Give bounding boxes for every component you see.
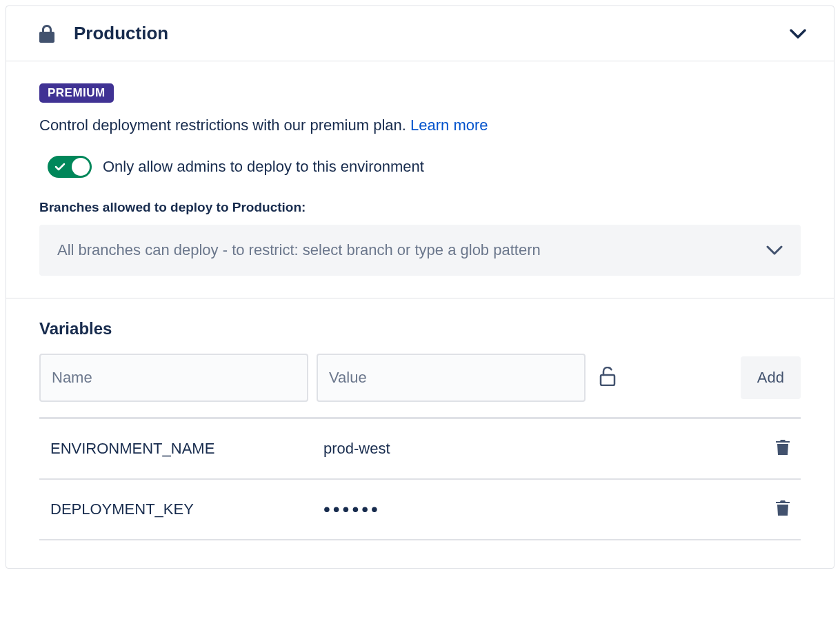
restrictions-section: PREMIUM Control deployment restrictions … (6, 61, 834, 298)
chevron-down-icon (766, 245, 783, 255)
check-icon (54, 163, 66, 171)
variable-name-input[interactable] (39, 354, 308, 402)
premium-description-text: Control deployment restrictions with our… (39, 116, 410, 134)
lock-open-icon (599, 367, 616, 389)
environment-panel: Production PREMIUM Control deployment re… (6, 6, 834, 569)
admin-only-toggle[interactable] (48, 156, 92, 178)
admin-only-toggle-label: Only allow admins to deploy to this envi… (103, 158, 424, 176)
learn-more-link[interactable]: Learn more (410, 116, 488, 134)
variables-section: Variables Add ENVIRONMENT_NAME prod-west (6, 298, 834, 568)
variable-value: prod-west (323, 440, 776, 458)
premium-description: Control deployment restrictions with our… (39, 115, 801, 136)
delete-variable-button[interactable] (776, 500, 790, 518)
chevron-down-icon (790, 29, 806, 39)
trash-icon (776, 440, 790, 458)
delete-variable-button[interactable] (776, 440, 790, 458)
variable-input-row: Add (39, 354, 801, 419)
branches-select[interactable]: All branches can deploy - to restrict: s… (39, 225, 801, 276)
variable-name: DEPLOYMENT_KEY (50, 500, 323, 518)
svg-rect-0 (601, 375, 614, 385)
branches-select-placeholder: All branches can deploy - to restrict: s… (57, 241, 541, 259)
panel-title: Production (74, 23, 168, 44)
trash-icon (776, 500, 790, 518)
panel-header[interactable]: Production (6, 6, 834, 61)
premium-badge: PREMIUM (39, 83, 114, 103)
lock-icon (39, 25, 54, 43)
admin-only-toggle-row: Only allow admins to deploy to this envi… (39, 156, 801, 178)
variable-row: DEPLOYMENT_KEY •••••• (39, 480, 801, 540)
variable-row: ENVIRONMENT_NAME prod-west (39, 419, 801, 480)
toggle-knob (72, 158, 90, 176)
secure-toggle-button[interactable] (594, 364, 621, 392)
variable-value-input[interactable] (317, 354, 586, 402)
variable-value-masked: •••••• (323, 502, 776, 517)
variable-name: ENVIRONMENT_NAME (50, 440, 323, 458)
variables-title: Variables (39, 319, 801, 338)
add-variable-button[interactable]: Add (741, 356, 801, 399)
panel-header-left: Production (39, 23, 168, 44)
branches-label: Branches allowed to deploy to Production… (39, 200, 801, 215)
